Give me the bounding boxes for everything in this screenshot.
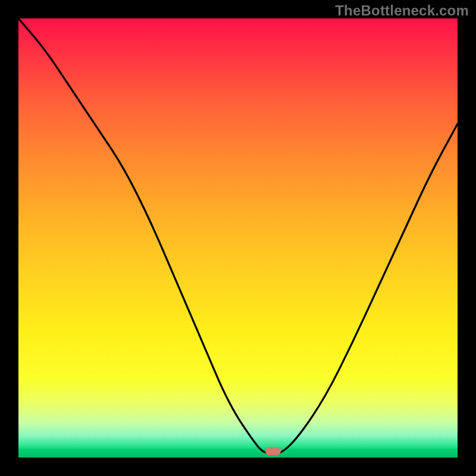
plot-area <box>18 18 458 458</box>
bottleneck-curve <box>18 18 458 458</box>
chart-frame: TheBottleneck.com <box>0 0 476 476</box>
attribution-text: TheBottleneck.com <box>335 2 469 19</box>
optimal-marker <box>265 447 281 455</box>
